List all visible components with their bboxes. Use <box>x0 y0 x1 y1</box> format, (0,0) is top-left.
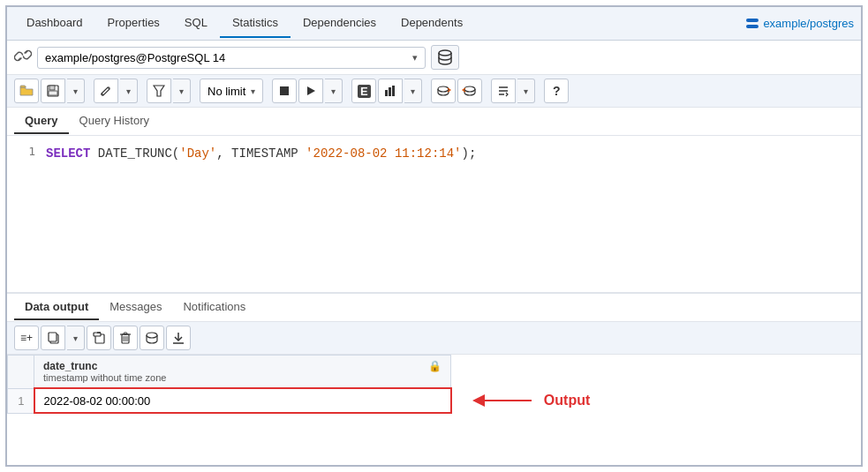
pencil-icon <box>100 85 112 97</box>
stop-icon <box>279 86 290 96</box>
svg-rect-22 <box>49 333 57 341</box>
macro-button[interactable] <box>491 79 516 103</box>
db-button[interactable] <box>431 45 459 70</box>
limit-value: No limit <box>208 85 245 98</box>
comma: , <box>216 146 231 161</box>
arg-timestamp: '2022-08-02 11:12:14' <box>306 146 461 161</box>
line-numbers: 1 <box>7 145 42 158</box>
tab-dependencies[interactable]: Dependencies <box>291 9 389 38</box>
arg-day: 'Day' <box>179 146 216 161</box>
svg-rect-11 <box>280 86 289 95</box>
annotation-row: Output <box>470 388 861 413</box>
svg-rect-7 <box>49 91 57 95</box>
svg-rect-0 <box>746 19 759 22</box>
editor-code[interactable]: SELECT DATE_TRUNC('Day', TIMESTAMP '2022… <box>42 145 476 163</box>
query-tabs: Query Query History <box>7 108 861 136</box>
download-icon <box>172 332 185 344</box>
edit-dropdown-button[interactable]: ▾ <box>120 79 138 103</box>
help-icon: ? <box>553 84 561 98</box>
row-number-1: 1 <box>8 388 34 413</box>
open-file-button[interactable] <box>14 79 39 103</box>
chart-dropdown-button[interactable]: ▾ <box>404 79 422 103</box>
edit-button[interactable] <box>94 79 118 103</box>
annotation-cell: Output <box>451 388 861 413</box>
lock-icon: 🔒 <box>428 360 442 372</box>
macro-dropdown-button[interactable]: ▾ <box>517 79 535 103</box>
output-toolbar: ≡+ ▾ <box>7 322 861 355</box>
copy-button[interactable] <box>41 326 65 350</box>
filter-button[interactable] <box>147 79 171 103</box>
run-dropdown-button[interactable]: ▾ <box>325 79 343 103</box>
toolbar: ▾ ▾ ▾ No limit ▾ <box>7 75 861 108</box>
filter-icon <box>153 85 165 97</box>
save-data-icon <box>144 332 160 344</box>
explain-icon: E <box>358 85 371 98</box>
nav-tabs: Dashboard Properties SQL Statistics Depe… <box>7 7 861 41</box>
connection-dropdown-arrow: ▾ <box>412 52 418 64</box>
delete-row-button[interactable] <box>113 326 138 350</box>
row-num-header <box>8 356 34 389</box>
tab-query[interactable]: Query <box>14 109 69 134</box>
add-row-icon: ≡+ <box>20 332 33 344</box>
arrow-icon <box>470 392 540 409</box>
add-row-button[interactable]: ≡+ <box>14 326 39 350</box>
play-icon <box>306 86 316 96</box>
line-number-1: 1 <box>14 145 35 158</box>
commit-button[interactable] <box>431 79 456 103</box>
keyword-select: SELECT <box>46 146 90 161</box>
connection-label: example/postgres <box>745 17 854 31</box>
tab-sql[interactable]: SQL <box>172 9 220 38</box>
tab-notifications[interactable]: Notifications <box>172 295 256 320</box>
output-tabs: Data output Messages Notifications <box>7 294 861 322</box>
save-button[interactable] <box>41 79 65 103</box>
svg-rect-6 <box>49 86 55 90</box>
tab-dependents[interactable]: Dependents <box>389 9 475 38</box>
paste-icon <box>93 332 105 344</box>
limit-select[interactable]: No limit ▾ <box>200 79 263 103</box>
tab-properties[interactable]: Properties <box>95 9 172 38</box>
tab-query-history[interactable]: Query History <box>69 109 160 134</box>
svg-rect-1 <box>746 25 759 28</box>
close-paren: ); <box>462 146 477 161</box>
annotation-text: Output <box>544 393 590 408</box>
tab-messages[interactable]: Messages <box>99 295 172 320</box>
svg-point-16 <box>438 86 449 92</box>
timestamp-kw: TIMESTAMP <box>231 146 306 161</box>
rollback-icon <box>462 85 478 97</box>
chart-button[interactable] <box>378 79 403 103</box>
col-name-label: date_trunc <box>43 360 97 372</box>
result-cell-value: 2022-08-02 00:00:00 <box>34 388 451 413</box>
rollback-button[interactable] <box>457 79 482 103</box>
result-table: date_trunc 🔒 timestamp without time zone… <box>7 355 861 414</box>
editor-area[interactable]: 1 SELECT DATE_TRUNC('Day', TIMESTAMP '20… <box>7 136 861 293</box>
copy-dropdown-button[interactable]: ▾ <box>67 326 85 350</box>
paste-button[interactable] <box>87 326 111 350</box>
svg-rect-27 <box>124 333 127 334</box>
help-button[interactable]: ? <box>544 79 569 103</box>
link-broken-icon <box>14 47 32 64</box>
col-type-label: timestamp without time zone <box>43 372 442 383</box>
svg-point-4 <box>439 50 451 56</box>
connection-selector[interactable]: example/postgres@PostgreSQL 14 ▾ <box>37 47 426 69</box>
explain-button[interactable]: E <box>351 79 376 103</box>
filter-dropdown-button[interactable]: ▾ <box>173 79 191 103</box>
save-dropdown-button[interactable]: ▾ <box>67 79 85 103</box>
tab-data-output[interactable]: Data output <box>14 295 99 320</box>
save-data-button[interactable] <box>140 326 164 350</box>
limit-dropdown-arrow: ▾ <box>251 86 255 96</box>
tab-dashboard[interactable]: Dashboard <box>14 9 95 38</box>
save-icon <box>47 85 59 97</box>
tab-statistics[interactable]: Statistics <box>220 9 291 38</box>
database-icon <box>436 49 454 66</box>
run-button[interactable] <box>298 79 323 103</box>
chart-icon <box>384 85 396 97</box>
folder-icon <box>19 85 34 97</box>
func-name: DATE_TRUNC( <box>90 146 179 161</box>
svg-rect-13 <box>385 90 388 96</box>
download-button[interactable] <box>166 326 191 350</box>
list-icon <box>497 85 509 97</box>
disconnect-icon[interactable] <box>14 47 32 68</box>
stop-button[interactable] <box>272 79 297 103</box>
connection-value: example/postgres@PostgreSQL 14 <box>45 51 412 64</box>
connection-bar: example/postgres@PostgreSQL 14 ▾ <box>7 41 861 75</box>
